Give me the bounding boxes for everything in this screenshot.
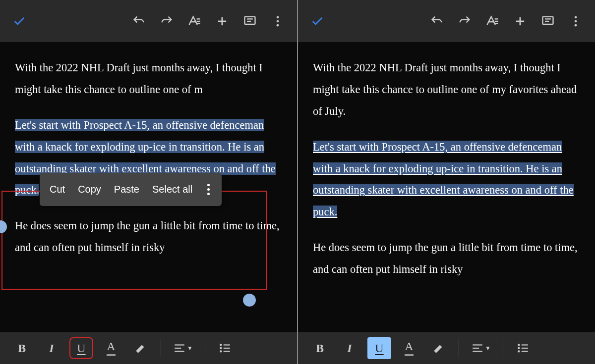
toolbar-separator [161, 339, 161, 357]
redo-icon[interactable] [155, 9, 178, 33]
undo-icon[interactable] [425, 9, 449, 33]
document-content[interactable]: With the 2022 NHL Draft just months away… [0, 42, 297, 332]
paragraph-1[interactable]: With the 2022 NHL Draft just months away… [313, 57, 580, 122]
format-toolbar: B I U A ▼ [0, 332, 297, 364]
list-button[interactable] [511, 337, 535, 359]
svg-point-30 [575, 24, 577, 26]
svg-point-35 [518, 348, 519, 349]
svg-point-28 [575, 16, 577, 18]
align-button[interactable]: ▼ [169, 337, 197, 359]
italic-button[interactable]: I [40, 337, 63, 359]
context-cut[interactable]: Cut [50, 180, 65, 199]
context-menu: Cut Copy Paste Select all [40, 173, 222, 206]
svg-rect-5 [245, 16, 255, 24]
context-copy[interactable]: Copy [78, 180, 101, 199]
more-icon[interactable] [266, 9, 290, 33]
svg-point-34 [518, 344, 519, 345]
text-color-button[interactable]: A [99, 337, 123, 359]
svg-point-9 [277, 20, 279, 22]
right-panel: With the 2022 NHL Draft just months away… [298, 0, 595, 364]
svg-point-29 [575, 20, 577, 22]
top-toolbar-right [298, 0, 595, 42]
selection-handle-end[interactable] [243, 294, 256, 307]
bold-button[interactable]: B [10, 337, 34, 359]
context-paste[interactable]: Paste [114, 180, 139, 199]
comment-icon[interactable] [238, 9, 262, 33]
paragraph-3-text: He does seem to jump the gun a little bi… [15, 219, 280, 254]
highlight-button[interactable] [427, 337, 451, 359]
left-panel: With the 2022 NHL Draft just months away… [0, 0, 297, 364]
text-format-icon[interactable] [480, 9, 504, 33]
selection-handle-start[interactable] [0, 220, 7, 233]
comment-icon[interactable] [536, 9, 560, 33]
paragraph-3-text: He does seem to jump the gun a little bi… [313, 241, 578, 275]
svg-point-16 [220, 351, 221, 352]
paragraph-2-selected-underlined[interactable]: Let's start with Prospect A-15, an offen… [313, 136, 580, 223]
caret-down-icon: ▼ [485, 345, 491, 352]
insert-icon[interactable] [508, 9, 532, 33]
paragraph-1[interactable]: With the 2022 NHL Draft just months away… [15, 57, 282, 101]
insert-icon[interactable] [210, 9, 234, 33]
toolbar-separator [459, 339, 459, 357]
undo-icon[interactable] [127, 9, 151, 33]
selected-underlined-span: Let's start with Prospect A-15, an offen… [313, 141, 574, 218]
more-icon[interactable] [564, 9, 588, 33]
paragraph-1-text: With the 2022 NHL Draft just months away… [313, 61, 577, 117]
svg-rect-25 [543, 16, 553, 24]
underline-button[interactable]: U [69, 337, 93, 359]
toolbar-separator-2 [205, 339, 205, 357]
format-toolbar-right: B I U A ▼ [298, 332, 595, 364]
align-button[interactable]: ▼ [467, 337, 495, 359]
text-color-button[interactable]: A [397, 337, 421, 359]
toolbar-separator-2 [503, 339, 503, 357]
context-select-all[interactable]: Select all [152, 180, 192, 199]
accept-icon[interactable] [305, 9, 329, 33]
italic-button[interactable]: I [338, 337, 361, 359]
paragraph-3[interactable]: He does seem to jump the gun a little bi… [15, 215, 282, 259]
document-content-right[interactable]: With the 2022 NHL Draft just months away… [298, 42, 595, 332]
svg-point-10 [277, 24, 279, 26]
underline-button-active[interactable]: U [367, 337, 391, 359]
svg-point-15 [220, 348, 221, 349]
svg-point-14 [220, 344, 221, 345]
accept-icon[interactable] [7, 9, 31, 33]
paragraph-1-text: With the 2022 NHL Draft just months away… [15, 61, 263, 96]
context-more-icon[interactable] [205, 184, 212, 195]
list-button[interactable] [213, 337, 237, 359]
paragraph-3[interactable]: He does seem to jump the gun a little bi… [313, 237, 580, 280]
top-toolbar [0, 0, 297, 42]
svg-point-36 [518, 351, 519, 352]
text-format-icon[interactable] [182, 9, 206, 33]
bold-button[interactable]: B [308, 337, 332, 359]
redo-icon[interactable] [453, 9, 476, 33]
highlight-button[interactable] [129, 337, 153, 359]
caret-down-icon: ▼ [187, 345, 193, 352]
svg-point-8 [277, 16, 279, 18]
